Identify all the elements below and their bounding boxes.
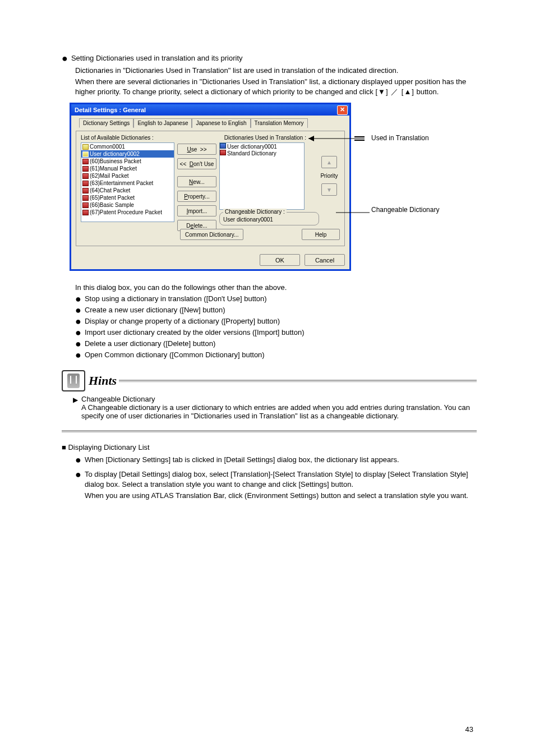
- book-icon: [82, 210, 89, 215]
- common-dictionary-button[interactable]: Common Dictionary...: [180, 229, 243, 240]
- priority-label: Priority: [319, 173, 340, 179]
- cancel-button[interactable]: Cancel: [305, 254, 345, 266]
- intro-bullet: Setting Dictionaries used in translation…: [71, 53, 243, 63]
- list-item: (64)Chat Packet: [81, 187, 174, 194]
- bullet-icon: ●: [75, 328, 81, 338]
- list-item-2: Create a new user dictionary ([New] butt…: [85, 305, 225, 315]
- help-button[interactable]: Help: [302, 229, 340, 240]
- bullet-icon: ●: [75, 316, 81, 326]
- close-icon[interactable]: ✕: [337, 105, 348, 115]
- bullet-icon: ●: [75, 339, 81, 349]
- new-button[interactable]: New...: [177, 176, 216, 187]
- hints-title: Hints: [89, 374, 117, 388]
- list-item-1: Stop using a dictionary in translation (…: [85, 294, 267, 304]
- list-item-5: Delete a user dictionary ([Delete] butto…: [85, 339, 215, 349]
- callout-used: Used in Translation: [371, 134, 429, 142]
- list-item: User dictionary0001: [220, 143, 304, 150]
- list-item: Common0001: [81, 143, 174, 150]
- used-dictionaries-list[interactable]: User dictionary0001 Standard Dictionary: [219, 142, 305, 210]
- book-icon: [82, 195, 89, 201]
- available-dictionaries-list[interactable]: Common0001 User dictionary0002 (60)Busin…: [81, 142, 174, 222]
- triangle-icon: ▶: [73, 395, 78, 405]
- bullet-icon: ●: [75, 294, 81, 304]
- book-icon: [82, 188, 89, 193]
- list-item: Standard Dictionary: [220, 150, 304, 156]
- callout-changeable: Changeable Dictionary: [371, 206, 439, 214]
- changeable-dictionary-group: Changeable Dictionary : User dictionary0…: [219, 212, 319, 225]
- divider: [119, 380, 477, 382]
- tab-dictionary-settings[interactable]: Dictionary Settings: [79, 118, 133, 128]
- list-item: (67)Patent Procedure Packet: [81, 209, 174, 216]
- para-b1: When [Dictionary Settings] tab is clicke…: [85, 455, 399, 465]
- hints-icon: [62, 370, 85, 391]
- tab-en-to-jp[interactable]: English to Japanese: [133, 118, 192, 128]
- book-icon: [220, 143, 226, 149]
- book-icon: [82, 166, 89, 172]
- book-icon: [82, 159, 89, 164]
- book-icon: [220, 150, 226, 155]
- priority-buttons-text: [▼] ／ [▲]: [375, 87, 414, 96]
- changeable-value: User dictionary0001: [223, 216, 315, 223]
- bullet-icon: ●: [75, 305, 81, 315]
- section-heading: ■ Displaying Dictionary List: [62, 443, 477, 451]
- hints-sub: Changeable Dictionary: [81, 395, 477, 403]
- list-item: (63)Entertainment Packet: [81, 179, 174, 187]
- list-item-4: Import user dictionary created by the ol…: [85, 328, 305, 338]
- list-item: (66)Basic Sample: [81, 201, 174, 209]
- para-b2a: To display [Detail Settings] dialog box,…: [85, 469, 477, 490]
- list-item-3: Display or change property of a dictiona…: [85, 316, 280, 326]
- divider: [62, 430, 477, 433]
- property-button[interactable]: Property...: [177, 191, 216, 202]
- para-b2b: When you are using ATLAS Translation Bar…: [85, 491, 477, 501]
- user-dict-icon: [82, 151, 89, 157]
- dialog-figure: Detail Settings : General ✕ Dictionary S…: [70, 103, 477, 271]
- ok-button[interactable]: OK: [260, 254, 300, 266]
- list-item: (65)Patent Packet: [81, 194, 174, 201]
- hints-text: A Changeable dictionary is a user dictio…: [81, 403, 477, 420]
- list-item: (60)Business Packet: [81, 158, 174, 165]
- book-icon: [82, 181, 89, 186]
- dialog-titlebar: Detail Settings : General ✕: [71, 104, 349, 116]
- list-item: User dictionary0002: [81, 150, 174, 158]
- import-button[interactable]: Import...: [177, 205, 216, 216]
- bullet-icon: ●: [75, 455, 81, 465]
- priority-down-button[interactable]: ▼: [321, 183, 337, 196]
- tab-translation-memory[interactable]: Translation Memory: [251, 118, 308, 128]
- list-intro: In this dialog box, you can do the follo…: [75, 283, 477, 292]
- dialog-title: Detail Settings : General: [75, 107, 146, 113]
- list-item: (61)Manual Packet: [81, 165, 174, 172]
- available-label: List of Available Dictionaries :: [81, 135, 154, 141]
- bullet-icon: ●: [62, 53, 68, 63]
- dont-use-button[interactable]: << Don't Use: [177, 158, 216, 169]
- list-item-6: Open Common dictionary ([Common Dictiona…: [85, 350, 265, 360]
- page-number: 43: [465, 725, 473, 734]
- bullet-icon: ●: [75, 350, 81, 360]
- list-item: (62)Mail Packet: [81, 172, 174, 179]
- changeable-legend: Changeable Dictionary :: [223, 209, 287, 215]
- priority-up-button[interactable]: ▲: [321, 156, 337, 168]
- bullet-icon: ●: [75, 469, 81, 480]
- tab-jp-to-en[interactable]: Japanese to English: [192, 118, 250, 128]
- book-icon: [82, 202, 89, 208]
- intro-para1: Dictionaries in "Dictionaries Used in Tr…: [75, 66, 477, 76]
- user-dict-icon: [82, 144, 89, 150]
- used-label: Dictionaries Used in Translation :: [224, 135, 306, 141]
- use-button[interactable]: Use >>: [177, 144, 216, 155]
- book-icon: [82, 173, 89, 179]
- intro-para2: When there are several dictionaries in "…: [75, 77, 477, 97]
